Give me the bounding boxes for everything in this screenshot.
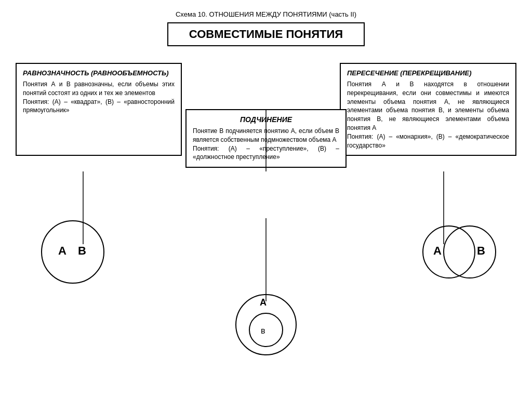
center-area: ПОДЧИНЕНИЕ Понятие В подчиняется понятию…: [185, 109, 347, 168]
diagram-left-label-a: А: [58, 244, 66, 257]
diagram-right: А В: [418, 218, 501, 287]
diagram-left-label-b: В: [78, 244, 86, 257]
left-box: РАВНОЗНАЧНОСТЬ (РАВНООБЪЕМНОСТЬ) Понятия…: [16, 63, 182, 156]
diagram-right-svg: А В: [418, 218, 501, 286]
diagram-left: А В: [31, 218, 114, 287]
right-box-example: Понятия: (А) – «монархия», (В) – «демокр…: [347, 132, 509, 150]
schema-title: Схема 10. ОТНОШЕНИЯ МЕЖДУ ПОНЯТИЯМИ (час…: [16, 10, 516, 18]
page: Схема 10. ОТНОШЕНИЯ МЕЖДУ ПОНЯТИЯМИ (час…: [0, 0, 532, 399]
center-box-example: Понятия: (А) – «преступление», (В) – «до…: [193, 144, 339, 162]
main-title: СОВМЕСТИМЫЕ ПОНЯТИЯ: [189, 28, 343, 41]
center-box-text: Понятие В подчиняется понятию А, если об…: [193, 127, 339, 144]
svg-point-8: [444, 226, 496, 278]
left-box-text: Понятия А и В равнозначны, если объемы э…: [23, 80, 175, 98]
diagram-center-label-b: в: [261, 326, 265, 335]
center-box: ПОДЧИНЕНИЕ Понятие В подчиняется понятию…: [185, 109, 347, 168]
diagram-right-label-a: А: [433, 244, 442, 257]
svg-point-7: [423, 226, 475, 278]
diagram-center-svg: А в: [230, 291, 302, 364]
diagram-center-label-a: А: [260, 297, 267, 308]
right-box: ПЕРЕСЕЧЕНИЕ (ПЕРЕКРЕЩИВАНИЕ) Понятия А и…: [340, 63, 516, 156]
left-box-title: РАВНОЗНАЧНОСТЬ (РАВНООБЪЕМНОСТЬ): [23, 69, 175, 77]
diagram-right-label-b: В: [477, 244, 485, 257]
right-box-title: ПЕРЕСЕЧЕНИЕ (ПЕРЕКРЕЩИВАНИЕ): [347, 69, 509, 77]
right-box-text: Понятия А и В находятся в отношении пере…: [347, 80, 509, 132]
diagram-left-svg: А В: [31, 218, 114, 286]
main-title-box: СОВМЕСТИМЫЕ ПОНЯТИЯ: [167, 22, 365, 46]
left-box-example: Понятия: (А) – «квадрат», (В) – «равност…: [23, 98, 175, 115]
svg-point-6: [249, 313, 283, 347]
center-box-title: ПОДЧИНЕНИЕ: [193, 115, 339, 124]
diagram-center: А в: [230, 291, 302, 365]
main-title-wrapper: СОВМЕСТИМЫЕ ПОНЯТИЯ: [16, 22, 516, 55]
svg-point-4: [42, 221, 104, 283]
